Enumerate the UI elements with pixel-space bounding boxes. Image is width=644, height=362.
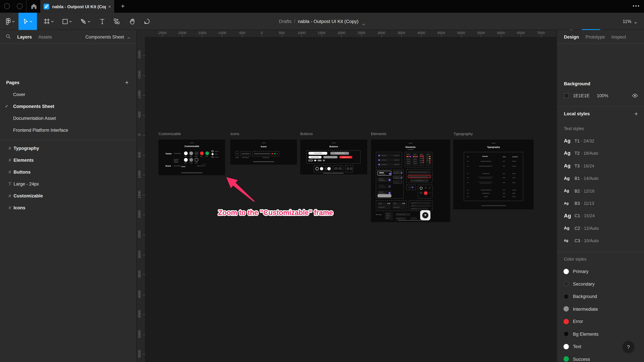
page-label: Components Sheet	[13, 104, 54, 108]
frame-label-customizable[interactable]: Customizable	[158, 132, 181, 136]
breadcrumb-project[interactable]: Drafts	[279, 19, 292, 24]
color-style-item[interactable]: Error	[557, 315, 644, 328]
ruler-tick	[143, 235, 145, 235]
style-name: B1	[574, 176, 580, 181]
search-icon[interactable]	[6, 33, 10, 40]
ruler-tick	[302, 35, 302, 37]
color-style-item[interactable]: Success	[557, 353, 644, 362]
inspector-tab-inspect[interactable]: Inspect	[612, 34, 626, 39]
text-style-item[interactable]: AgB2 · 12/16	[557, 185, 644, 197]
rectangle-icon	[62, 18, 68, 24]
browser-tab-bar: nabla - Outpost UI Kit (Copy) × +	[0, 0, 644, 13]
text-style-item[interactable]: AgB1 · 14/Auto	[557, 172, 644, 184]
frame-label-icons[interactable]: Icons	[230, 132, 239, 136]
sidebar-layer-item[interactable]: #Buttons	[0, 166, 137, 178]
sidebar-layer-item[interactable]: #Elements	[0, 154, 137, 166]
sidebar-layer-item[interactable]: #Customizable	[0, 190, 137, 201]
close-tab-icon[interactable]: ×	[108, 4, 111, 9]
document-tab[interactable]: nabla - Outpost UI Kit (Copy) ×	[40, 0, 114, 13]
visibility-eye-icon[interactable]	[632, 92, 638, 99]
chevron-down-icon[interactable]	[362, 20, 365, 23]
sidebar-layer-item[interactable]: #Icons	[0, 201, 137, 213]
color-style-item[interactable]: Intermediate	[557, 303, 644, 315]
ruler-label: 1000	[298, 31, 306, 35]
help-button[interactable]: ?	[623, 341, 634, 353]
background-color-row[interactable]: 1E1E1E 100%	[557, 91, 644, 100]
text-style-item[interactable]: AgT2 · 18/Auto	[557, 147, 644, 159]
frame-customizable[interactable]: nabla Customizable Palette Components Fr…	[158, 140, 225, 175]
pen-tool-button[interactable]	[76, 13, 94, 30]
sidebar-layer-item[interactable]: #Typography	[0, 142, 137, 154]
sidebar-layer-item[interactable]: TLarge - 24px	[0, 178, 137, 190]
background-opacity-value[interactable]: 100%	[597, 93, 608, 98]
main-menu-button[interactable]	[3, 13, 17, 30]
ruler-label: 3000	[137, 246, 141, 263]
tab-assets[interactable]: Assets	[38, 34, 52, 39]
color-style-item[interactable]: Bg Elements	[557, 328, 644, 340]
ruler-label: 500	[137, 146, 141, 163]
frame-icons[interactable]: nabla Icons	[230, 140, 297, 165]
ruler-tick	[143, 115, 145, 115]
text-icon	[100, 18, 105, 24]
text-style-item[interactable]: AgC3 · 10/Auto	[557, 234, 644, 247]
frame-typography[interactable]: nabla Typography T1 Convert 24 pt Semibo…	[454, 140, 534, 209]
color-style-swatch	[564, 356, 569, 362]
text-tool-button[interactable]	[95, 13, 109, 30]
color-swatch[interactable]	[564, 93, 569, 98]
layer-label: Buttons	[14, 169, 31, 174]
new-tab-button[interactable]: +	[118, 2, 127, 11]
mini-dot	[212, 150, 214, 152]
color-style-item[interactable]: Secondary	[557, 278, 644, 290]
ruler-tick	[461, 35, 462, 37]
ruler-tick	[362, 35, 362, 37]
color-style-item[interactable]: Background	[557, 290, 644, 302]
sidebar-page-item[interactable]: Cover	[0, 88, 137, 100]
nav-back-icon[interactable]	[4, 3, 10, 9]
color-style-item[interactable]: Primary	[557, 265, 644, 277]
frame-layer-icon: #	[6, 205, 14, 210]
ruler-tick	[143, 215, 145, 215]
chevron-down-icon	[634, 20, 637, 23]
nav-forward-icon[interactable]	[17, 3, 22, 9]
text-style-item[interactable]: AgT1 · 24/32	[557, 135, 644, 147]
frame-label-typography[interactable]: Typography	[454, 132, 473, 136]
add-style-button[interactable]: +	[634, 110, 638, 117]
move-tool-button[interactable]	[18, 13, 37, 30]
frame-label-elements[interactable]: Elements	[371, 132, 386, 136]
document-title[interactable]: nabla - Outpost UI Kit (Copy)	[298, 19, 358, 24]
ruler-label: 4500	[437, 31, 445, 35]
text-style-item[interactable]: AgC1 · 15/24	[557, 210, 644, 222]
shape-tool-button[interactable]	[58, 13, 76, 30]
zoom-selector[interactable]: 11%	[623, 13, 637, 30]
ruler-tick	[381, 35, 382, 37]
sidebar-page-item[interactable]: Frontend Platform Interface	[0, 124, 137, 136]
mini-dot	[212, 153, 214, 155]
text-style-item[interactable]: AgC2 · 12/Auto	[557, 222, 644, 234]
hand-tool-button[interactable]	[124, 13, 140, 30]
sidebar-page-item[interactable]: Documentation Asset	[0, 112, 137, 124]
thumb-button: Receive Funds	[339, 156, 352, 159]
ruler-tick	[342, 35, 342, 37]
inspector-tab-design[interactable]: Design	[564, 34, 579, 39]
frame-tool-button[interactable]	[40, 13, 58, 30]
add-page-button[interactable]: +	[125, 79, 128, 86]
comment-tool-button[interactable]	[140, 13, 154, 30]
page-selector[interactable]: Components Sheet	[85, 34, 130, 39]
frame-label-buttons[interactable]: Buttons	[300, 132, 313, 136]
tab-layers[interactable]: Layers	[17, 34, 32, 39]
local-styles-header: Local styles	[564, 111, 590, 116]
frame-elements[interactable]: nabla Elements Component	[371, 140, 450, 222]
background-hex-value[interactable]: 1E1E1E	[573, 93, 597, 98]
inspector-tab-prototype[interactable]: Prototype	[586, 34, 605, 39]
text-style-item[interactable]: AgT3 · 16/24	[557, 160, 644, 172]
resources-tool-button[interactable]	[109, 13, 124, 30]
frame-buttons[interactable]: nabla Buttons Connect Wallet Insufficien…	[300, 140, 367, 174]
canvas[interactable]: -2500-2000-1500-1000-5000500100015002000…	[137, 30, 556, 362]
ruler-label: 5000	[137, 326, 141, 342]
ruler-tick	[143, 314, 145, 315]
more-menu-icon[interactable]	[633, 5, 639, 6]
home-icon[interactable]	[30, 3, 38, 10]
sidebar-page-item[interactable]: ✓Components Sheet	[0, 100, 137, 112]
ruler-label: -1500	[137, 67, 141, 83]
text-style-item[interactable]: AgB3 · 11/13	[557, 197, 644, 209]
